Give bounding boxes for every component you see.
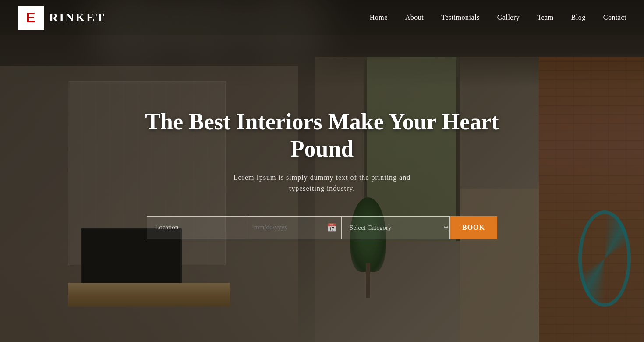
navbar: E RINKET Home About Testimonials Gallery…	[0, 0, 644, 35]
nav-link-about[interactable]: About	[405, 14, 424, 21]
nav-link-team[interactable]: Team	[537, 14, 553, 21]
nav-item-blog[interactable]: Blog	[571, 14, 586, 21]
nav-link-blog[interactable]: Blog	[571, 14, 586, 21]
category-select[interactable]: Select Category Living Room Bedroom Kitc…	[342, 216, 450, 239]
hero-section: E RINKET Home About Testimonials Gallery…	[0, 0, 644, 342]
hero-subtitle-line1: Lorem Ipsum is simply dummy text of the …	[234, 174, 410, 181]
hero-content: The Best Interiors Make Your Heart Pound…	[125, 108, 519, 239]
logo-badge: E	[18, 6, 44, 30]
nav-item-contact[interactable]: Contact	[603, 14, 626, 21]
book-button[interactable]: BOOK	[450, 216, 497, 239]
nav-item-about[interactable]: About	[405, 14, 424, 21]
hero-subtitle: Lorem Ipsum is simply dummy text of the …	[125, 172, 519, 194]
nav-item-team[interactable]: Team	[537, 14, 553, 21]
nav-links: Home About Testimonials Gallery Team Blo…	[370, 14, 626, 21]
nav-item-gallery[interactable]: Gallery	[497, 14, 520, 21]
nav-link-testimonials[interactable]: Testimonials	[441, 14, 480, 21]
nav-link-gallery[interactable]: Gallery	[497, 14, 520, 21]
nav-link-contact[interactable]: Contact	[603, 14, 626, 21]
logo-area: E RINKET	[18, 6, 105, 30]
nav-item-testimonials[interactable]: Testimonials	[441, 14, 480, 21]
logo-brand: RINKET	[49, 11, 105, 25]
date-input[interactable]	[246, 216, 342, 239]
hero-title: The Best Interiors Make Your Heart Pound	[125, 108, 519, 163]
location-input[interactable]	[147, 216, 246, 239]
nav-link-home[interactable]: Home	[370, 14, 388, 21]
hero-subtitle-line2: typesetting industry.	[289, 185, 355, 192]
date-input-wrapper: 📅	[246, 216, 342, 239]
logo-letter: E	[26, 10, 35, 26]
booking-form: 📅 Select Category Living Room Bedroom Ki…	[147, 216, 497, 239]
nav-item-home[interactable]: Home	[370, 14, 388, 21]
